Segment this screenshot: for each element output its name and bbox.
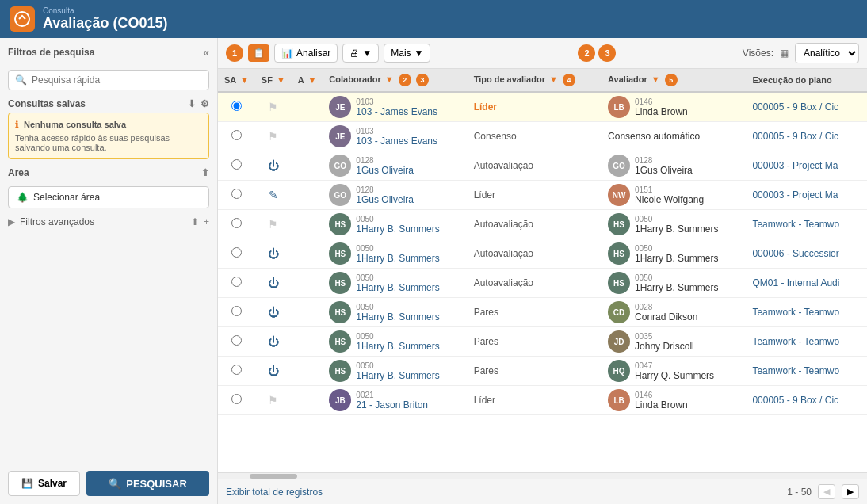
badge-2[interactable]: 2 (578, 44, 595, 62)
sf-cell: ⚑ (255, 122, 292, 151)
execucao-cell: 000005 - 9 Box / Cic (746, 386, 867, 415)
avaliador-cell: GO01281Gus Oliveira (602, 151, 746, 181)
collaborator-cell: HS00501Harry B. Summers (323, 210, 467, 239)
collaborator-cell: HS00501Harry B. Summers (323, 298, 467, 327)
table-footer: Exibir total de registros 1 - 50 ◀ ▶ (218, 479, 867, 504)
gear-icon[interactable]: ⚙ (201, 98, 209, 109)
execucao-cell: 000005 - 9 Box / Cic (746, 92, 867, 122)
analisar-button[interactable]: 📊 Analisar (274, 44, 338, 63)
search-box[interactable]: 🔍 (8, 70, 209, 90)
badge-1[interactable]: 1 (226, 44, 243, 62)
a-cell (292, 92, 323, 122)
radio-cell[interactable] (218, 386, 255, 415)
sidebar: Filtros de pesquisa « 🔍 Consultas salvas… (0, 38, 218, 504)
execucao-cell: 000003 - Project Ma (746, 151, 867, 181)
app-header: Consulta Avaliação (CO015) (0, 0, 867, 38)
col3-badge: 3 (416, 74, 429, 86)
radio-cell[interactable] (218, 239, 255, 269)
next-page-button[interactable]: ▶ (842, 484, 859, 499)
search-button[interactable]: 🔍 PESQUISAR (86, 471, 209, 496)
badge-3[interactable]: 3 (598, 44, 616, 62)
avaliador-cell: HQ0047Harry Q. Summers (602, 357, 746, 386)
pagination-range: 1 - 50 (787, 487, 812, 498)
avaliador-cell: HS00501Harry B. Summers (602, 269, 746, 298)
collaborator-cell: GO01281Gus Oliveira (323, 151, 467, 181)
radio-cell[interactable] (218, 210, 255, 239)
app-logo (10, 6, 35, 32)
col2-badge: 2 (399, 74, 411, 86)
a-cell (292, 298, 323, 327)
data-table: SA ▼ SF ▼ A ▼ Colaborador ▼ 2 3 Tipo de … (218, 69, 867, 415)
execucao-cell: Teamwork - Teamwo (746, 210, 867, 239)
a-cell (292, 357, 323, 386)
a-cell (292, 327, 323, 357)
table-view-button[interactable]: 📋 (248, 44, 269, 62)
no-results-text: Tenha acesso rápido às suas pesquisas sa… (15, 133, 202, 152)
col-tipo-avaliador: Tipo de avaliador ▼ 4 (468, 69, 602, 92)
filter-upload-icon[interactable]: ⬆ (191, 216, 199, 227)
views-select[interactable]: Analítico (795, 43, 859, 63)
print-button[interactable]: 🖨 ▼ (342, 44, 379, 63)
table-header-row: SA ▼ SF ▼ A ▼ Colaborador ▼ 2 3 Tipo de … (218, 69, 867, 92)
radio-cell[interactable] (218, 327, 255, 357)
sf-cell: ⚑ (255, 210, 292, 239)
collaborator-cell: HS00501Harry B. Summers (323, 357, 467, 386)
tipo-avaliador-cell: Autoavaliação (468, 239, 602, 269)
radio-cell[interactable] (218, 92, 255, 122)
col-colaborador: Colaborador ▼ 2 3 (323, 69, 467, 92)
table-row: ✎GO01281Gus OliveiraLíderNW0151Nicole Wo… (218, 181, 867, 210)
table-icon: 📋 (253, 48, 265, 59)
filter-add-icon[interactable]: + (204, 216, 209, 227)
sf-cell: ⚑ (255, 92, 292, 122)
tipo-avaliador-cell: Pares (468, 357, 602, 386)
table-row: ⏻HS00501Harry B. SummersAutoavaliaçãoHS0… (218, 269, 867, 298)
execucao-cell: QM01 - Internal Audi (746, 269, 867, 298)
sf-cell: ✎ (255, 181, 292, 210)
radio-cell[interactable] (218, 122, 255, 151)
table-row: ⚑HS00501Harry B. SummersAutoavaliaçãoHS0… (218, 210, 867, 239)
a-cell (292, 210, 323, 239)
show-total-link[interactable]: Exibir total de registros (226, 487, 323, 498)
avaliador-cell: HS00501Harry B. Summers (602, 210, 746, 239)
sf-cell: ⏻ (255, 239, 292, 269)
area-section: Area ⬆ 🌲 Selecionar área (8, 167, 209, 208)
table-row: ⏻GO01281Gus OliveiraAutoavaliaçãoGO01281… (218, 151, 867, 181)
sf-cell: ⚑ (255, 386, 292, 415)
table-wrapper[interactable]: SA ▼ SF ▼ A ▼ Colaborador ▼ 2 3 Tipo de … (218, 69, 867, 472)
tipo-avaliador-cell: Autoavaliação (468, 269, 602, 298)
app-title: Avaliação (CO015) (43, 15, 167, 32)
download-icon[interactable]: ⬇ (188, 98, 196, 109)
prev-page-button[interactable]: ◀ (818, 484, 835, 499)
table-row: ⚑JE0103103 - James EvansLíderLB0146Linda… (218, 92, 867, 122)
search-input[interactable] (32, 74, 202, 86)
radio-cell[interactable] (218, 181, 255, 210)
area-upload-icon[interactable]: ⬆ (201, 167, 209, 178)
radio-cell[interactable] (218, 298, 255, 327)
execucao-cell: 000005 - 9 Box / Cic (746, 122, 867, 151)
collaborator-cell: HS00501Harry B. Summers (323, 327, 467, 357)
sf-cell: ⏻ (255, 298, 292, 327)
a-cell (292, 386, 323, 415)
save-button[interactable]: 💾 Salvar (8, 471, 80, 496)
collapse-icon[interactable]: « (203, 46, 209, 59)
radio-cell[interactable] (218, 151, 255, 181)
a-cell (292, 181, 323, 210)
sf-cell: ⏻ (255, 269, 292, 298)
radio-cell[interactable] (218, 357, 255, 386)
arrow-right-icon: ▶ (8, 216, 15, 227)
radio-cell[interactable] (218, 269, 255, 298)
filters-label: Filtros de pesquisa (8, 47, 94, 58)
sf-cell: ⏻ (255, 357, 292, 386)
col-a: A ▼ (292, 69, 323, 92)
avaliador-cell: JD0035Johny Driscoll (602, 327, 746, 357)
avaliador-cell: LB0146Linda Brown (602, 386, 746, 415)
tipo-avaliador-cell: Líder (468, 386, 602, 415)
app-title-block: Consulta Avaliação (CO015) (43, 6, 167, 32)
mais-button[interactable]: Mais ▼ (384, 44, 430, 63)
advanced-filters-row[interactable]: ▶ Filtros avançados ⬆ + (8, 216, 209, 227)
table-row: ⏻HS00501Harry B. SummersParesJD0035Johny… (218, 327, 867, 357)
sf-cell: ⏻ (255, 327, 292, 357)
avaliador-cell: Consenso automático (602, 122, 746, 151)
select-area-button[interactable]: 🌲 Selecionar área (8, 186, 209, 208)
horizontal-scrollbar[interactable] (218, 472, 867, 479)
